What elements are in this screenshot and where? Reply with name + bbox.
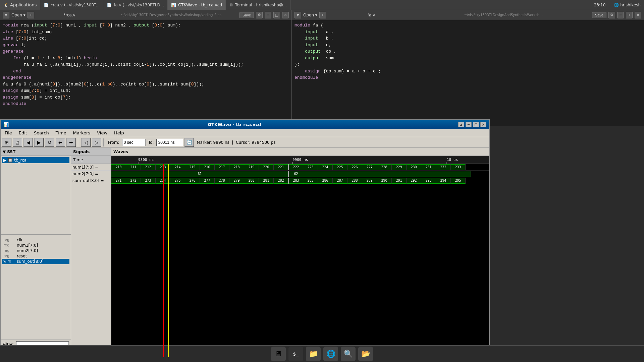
gtkwave-arrow-up[interactable]: ▲	[458, 122, 464, 127]
close-button-rca[interactable]: ×	[282, 12, 289, 18]
restore-button-fa[interactable]: +	[626, 12, 633, 18]
tb-wave-right[interactable]: ▶	[34, 138, 44, 147]
tab-fa-v[interactable]: 📄 fa.v (~vlsi/sky130RTLD...	[103, 0, 168, 10]
signal-row-clk[interactable]: reg clk	[2, 237, 69, 243]
tb-reload[interactable]: ↺	[45, 138, 54, 147]
menu-help[interactable]: Help	[111, 130, 127, 136]
menu-edit[interactable]: Edit	[16, 130, 30, 136]
fa-line-11: endmodule	[294, 74, 641, 81]
dock-browser[interactable]: 🌐	[323, 347, 338, 361]
code-line-6: generate	[3, 48, 289, 55]
signal-name-sum-out: sum_out[8:0]	[17, 259, 44, 264]
sst-item-tb-rca[interactable]: ▶ 🔲 tb_rca	[2, 157, 69, 163]
wave-cell-num1-212: 212	[141, 164, 156, 170]
tb-marker-left[interactable]: ◁	[81, 138, 91, 147]
fa-line-7: );	[294, 61, 641, 68]
sst-expand-icon: ▶	[3, 158, 6, 163]
gtkwave-window: 📊 GTKWave - tb_rca.vcd ▲ − □ × File Edit…	[0, 119, 490, 362]
gtkwave-minimize[interactable]: −	[466, 122, 472, 127]
signal-type-reset: reg	[3, 254, 14, 258]
applications-menu[interactable]: 🐧 Applications	[0, 0, 40, 10]
waves-header: Waves	[111, 148, 489, 156]
tb-nav-left[interactable]: ⬅	[56, 138, 65, 147]
signal-name-num1: num1[7:0]	[17, 243, 38, 248]
menu-time[interactable]: Time	[53, 130, 69, 136]
wave-cell-sum-289: 289	[362, 178, 377, 184]
menu-markers[interactable]: Markers	[70, 130, 93, 136]
marker-label: Marker:	[197, 140, 212, 145]
new-tab-button-fa[interactable]: +	[319, 12, 326, 18]
clock-display: 23:10	[589, 3, 611, 7]
code-line-9: end	[3, 68, 289, 75]
wave-cell-num1-232: 232	[436, 164, 451, 170]
tb-wave-left[interactable]: ◀	[23, 138, 33, 147]
dock-search[interactable]: 🔍	[341, 347, 356, 361]
tab-rca-v[interactable]: 📄 *rca.v (~vlsi/sky130RT...	[40, 0, 103, 10]
wave-cell-num1-215: 215	[185, 164, 200, 170]
save-button-fa[interactable]: Save	[592, 12, 606, 18]
fa-line-3: input b ,	[294, 35, 641, 42]
signal-row-sum-out[interactable]: wire sum_out[8:0]	[2, 259, 69, 264]
gtkwave-title: GTKWave - tb_rca.vcd	[11, 122, 458, 127]
wave-cell-num1-226: 226	[347, 164, 362, 170]
wave-row-num1: 210 211 212 213 214 215 216 217 218 219 …	[111, 164, 489, 171]
open-button-fa[interactable]: ▼	[294, 12, 301, 18]
waves-header-label: Waves	[113, 149, 128, 154]
wave-cell-num1-231: 231	[421, 164, 436, 170]
signal-row-reset[interactable]: reg reset	[2, 253, 69, 259]
signals-name-panel: Signals Time num1[7:0] = num2[7:0] = sum…	[71, 148, 111, 361]
signal-row-num1[interactable]: reg num1[7:0]	[2, 243, 69, 248]
sst-tree: ▶ 🔲 tb_rca	[1, 156, 71, 233]
tab-terminal[interactable]: 🖥 Terminal - hrishikeshp@...	[226, 0, 291, 10]
wave-cell-sum-280: 280	[244, 178, 259, 184]
tb-zoom-fit[interactable]: ⊞	[2, 138, 11, 147]
wave-cell-num1-223: 223	[303, 164, 318, 170]
dock-files[interactable]: 📁	[306, 347, 321, 361]
new-tab-button-rca[interactable]: +	[28, 12, 34, 18]
gtkwave-close[interactable]: ×	[480, 122, 486, 127]
tb-nav-right[interactable]: ➡	[66, 138, 76, 147]
gtkwave-toolbar: ⊞ 🖨 ◀ ▶ ↺ ⬅ ➡ ◁ ▷ From: To: 🔄 Marker: 98…	[1, 137, 489, 148]
wave-cell-sum-282: 282	[274, 178, 288, 184]
restore-button-rca[interactable]: □	[273, 12, 280, 18]
gtkwave-titlebar: 📊 GTKWave - tb_rca.vcd ▲ − □ ×	[1, 120, 489, 129]
dock-screen[interactable]: 🖥	[271, 347, 286, 361]
code-line-14: assign sum[7:0] = int_sum;	[3, 87, 289, 94]
editor-fa-title: fa.v	[328, 13, 415, 17]
settings-button-fa[interactable]: ⚙	[608, 12, 615, 18]
wave-cell-num1-229: 229	[392, 164, 407, 170]
editor-rca-content[interactable]: module rca (input [7:0] num1 , input [7:…	[0, 20, 291, 126]
close-button-fa[interactable]: ×	[635, 12, 641, 18]
menu-view[interactable]: View	[94, 130, 110, 136]
open-label-fa[interactable]: Open ▾	[303, 13, 317, 17]
gtkwave-restore[interactable]: □	[473, 122, 479, 127]
menu-search[interactable]: Search	[31, 130, 52, 136]
dock-terminal[interactable]: $_	[288, 347, 303, 361]
tab-gtkwave[interactable]: 📊 GTKWave - tb_rca.vcd	[168, 0, 226, 10]
signals-header-label: Signals	[73, 149, 90, 154]
wave-cell-sum-285: 285	[303, 178, 318, 184]
editors-area: ▼ Open ▾ + *rca.v ~/vlsi/sky130RTLDesign…	[0, 10, 644, 126]
to-input[interactable]	[156, 139, 183, 146]
dock-folder[interactable]: 📂	[358, 347, 373, 361]
tab-terminal-icon: 🖥	[229, 3, 233, 7]
wave-cell-num1-220: 220	[259, 164, 274, 170]
from-input[interactable]	[122, 139, 146, 146]
user-name: hrishikesh	[620, 3, 641, 7]
tb-print[interactable]: 🖨	[13, 138, 22, 147]
menu-file[interactable]: File	[2, 130, 15, 136]
save-button-rca[interactable]: Save	[239, 12, 254, 18]
minimize-button-fa[interactable]: −	[617, 12, 624, 18]
settings-button-rca[interactable]: ⚙	[256, 12, 263, 18]
tb-refresh[interactable]: 🔄	[184, 138, 194, 147]
tb-marker-right[interactable]: ▷	[92, 138, 101, 147]
to-label: To:	[147, 140, 155, 145]
minimize-button-rca[interactable]: −	[265, 12, 271, 18]
open-label-rca[interactable]: Open ▾	[11, 13, 25, 17]
signal-row-num2[interactable]: reg num2[7:0]	[2, 248, 69, 253]
open-button-rca[interactable]: ▼	[3, 12, 9, 18]
code-line-3: wire [7:0]int_co;	[3, 35, 289, 42]
fa-line-1: module fa (	[294, 22, 641, 29]
editor-rca-title: *rca.v	[36, 13, 103, 17]
editor-fa-content[interactable]: module fa ( input a , input b , input c,…	[292, 20, 644, 126]
